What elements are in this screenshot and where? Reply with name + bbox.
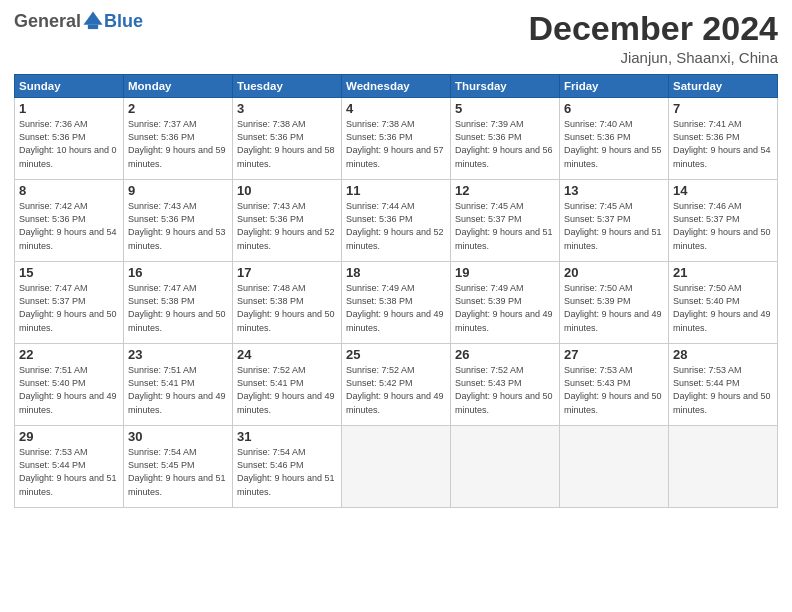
table-row: 15Sunrise: 7:47 AMSunset: 5:37 PMDayligh… <box>15 262 124 344</box>
day-number: 16 <box>128 265 228 280</box>
table-row: 30Sunrise: 7:54 AMSunset: 5:45 PMDayligh… <box>124 426 233 508</box>
table-row: 20Sunrise: 7:50 AMSunset: 5:39 PMDayligh… <box>560 262 669 344</box>
table-row: 8Sunrise: 7:42 AMSunset: 5:36 PMDaylight… <box>15 180 124 262</box>
day-number: 8 <box>19 183 119 198</box>
day-info: Sunrise: 7:53 AMSunset: 5:44 PMDaylight:… <box>673 364 773 416</box>
day-number: 15 <box>19 265 119 280</box>
day-number: 17 <box>237 265 337 280</box>
col-wednesday: Wednesday <box>342 75 451 98</box>
day-number: 31 <box>237 429 337 444</box>
table-row: 23Sunrise: 7:51 AMSunset: 5:41 PMDayligh… <box>124 344 233 426</box>
day-info: Sunrise: 7:52 AMSunset: 5:43 PMDaylight:… <box>455 364 555 416</box>
day-number: 22 <box>19 347 119 362</box>
month-title: December 2024 <box>528 10 778 47</box>
day-info: Sunrise: 7:46 AMSunset: 5:37 PMDaylight:… <box>673 200 773 252</box>
table-row: 26Sunrise: 7:52 AMSunset: 5:43 PMDayligh… <box>451 344 560 426</box>
logo: General Blue <box>14 10 143 32</box>
day-info: Sunrise: 7:42 AMSunset: 5:36 PMDaylight:… <box>19 200 119 252</box>
table-row: 11Sunrise: 7:44 AMSunset: 5:36 PMDayligh… <box>342 180 451 262</box>
calendar-week-row: 15Sunrise: 7:47 AMSunset: 5:37 PMDayligh… <box>15 262 778 344</box>
day-number: 3 <box>237 101 337 116</box>
day-number: 18 <box>346 265 446 280</box>
table-row: 21Sunrise: 7:50 AMSunset: 5:40 PMDayligh… <box>669 262 778 344</box>
col-friday: Friday <box>560 75 669 98</box>
calendar-table: Sunday Monday Tuesday Wednesday Thursday… <box>14 74 778 508</box>
day-info: Sunrise: 7:38 AMSunset: 5:36 PMDaylight:… <box>346 118 446 170</box>
table-row: 27Sunrise: 7:53 AMSunset: 5:43 PMDayligh… <box>560 344 669 426</box>
day-number: 6 <box>564 101 664 116</box>
table-row: 29Sunrise: 7:53 AMSunset: 5:44 PMDayligh… <box>15 426 124 508</box>
svg-rect-1 <box>88 25 98 29</box>
day-number: 14 <box>673 183 773 198</box>
table-row: 31Sunrise: 7:54 AMSunset: 5:46 PMDayligh… <box>233 426 342 508</box>
day-info: Sunrise: 7:47 AMSunset: 5:38 PMDaylight:… <box>128 282 228 334</box>
svg-marker-0 <box>84 11 103 24</box>
main-container: General Blue December 2024 Jianjun, Shaa… <box>0 0 792 514</box>
day-info: Sunrise: 7:45 AMSunset: 5:37 PMDaylight:… <box>564 200 664 252</box>
day-info: Sunrise: 7:44 AMSunset: 5:36 PMDaylight:… <box>346 200 446 252</box>
col-tuesday: Tuesday <box>233 75 342 98</box>
day-number: 1 <box>19 101 119 116</box>
col-monday: Monday <box>124 75 233 98</box>
table-row: 25Sunrise: 7:52 AMSunset: 5:42 PMDayligh… <box>342 344 451 426</box>
header: General Blue December 2024 Jianjun, Shaa… <box>14 10 778 66</box>
day-info: Sunrise: 7:40 AMSunset: 5:36 PMDaylight:… <box>564 118 664 170</box>
day-number: 2 <box>128 101 228 116</box>
day-number: 27 <box>564 347 664 362</box>
title-section: December 2024 Jianjun, Shaanxi, China <box>528 10 778 66</box>
calendar-week-row: 1Sunrise: 7:36 AMSunset: 5:36 PMDaylight… <box>15 98 778 180</box>
table-row: 4Sunrise: 7:38 AMSunset: 5:36 PMDaylight… <box>342 98 451 180</box>
table-row: 22Sunrise: 7:51 AMSunset: 5:40 PMDayligh… <box>15 344 124 426</box>
table-row: 2Sunrise: 7:37 AMSunset: 5:36 PMDaylight… <box>124 98 233 180</box>
day-number: 10 <box>237 183 337 198</box>
calendar-week-row: 8Sunrise: 7:42 AMSunset: 5:36 PMDaylight… <box>15 180 778 262</box>
logo-general: General <box>14 11 81 32</box>
table-row: 18Sunrise: 7:49 AMSunset: 5:38 PMDayligh… <box>342 262 451 344</box>
table-row: 6Sunrise: 7:40 AMSunset: 5:36 PMDaylight… <box>560 98 669 180</box>
day-info: Sunrise: 7:53 AMSunset: 5:43 PMDaylight:… <box>564 364 664 416</box>
day-info: Sunrise: 7:52 AMSunset: 5:41 PMDaylight:… <box>237 364 337 416</box>
table-row: 7Sunrise: 7:41 AMSunset: 5:36 PMDaylight… <box>669 98 778 180</box>
col-saturday: Saturday <box>669 75 778 98</box>
day-number: 28 <box>673 347 773 362</box>
day-number: 24 <box>237 347 337 362</box>
day-info: Sunrise: 7:50 AMSunset: 5:39 PMDaylight:… <box>564 282 664 334</box>
day-number: 26 <box>455 347 555 362</box>
table-row <box>342 426 451 508</box>
day-number: 25 <box>346 347 446 362</box>
day-number: 13 <box>564 183 664 198</box>
calendar-week-row: 29Sunrise: 7:53 AMSunset: 5:44 PMDayligh… <box>15 426 778 508</box>
table-row: 5Sunrise: 7:39 AMSunset: 5:36 PMDaylight… <box>451 98 560 180</box>
day-info: Sunrise: 7:36 AMSunset: 5:36 PMDaylight:… <box>19 118 119 170</box>
day-info: Sunrise: 7:45 AMSunset: 5:37 PMDaylight:… <box>455 200 555 252</box>
location: Jianjun, Shaanxi, China <box>528 49 778 66</box>
table-row: 1Sunrise: 7:36 AMSunset: 5:36 PMDaylight… <box>15 98 124 180</box>
table-row: 10Sunrise: 7:43 AMSunset: 5:36 PMDayligh… <box>233 180 342 262</box>
day-info: Sunrise: 7:49 AMSunset: 5:38 PMDaylight:… <box>346 282 446 334</box>
table-row: 24Sunrise: 7:52 AMSunset: 5:41 PMDayligh… <box>233 344 342 426</box>
day-number: 19 <box>455 265 555 280</box>
col-thursday: Thursday <box>451 75 560 98</box>
day-info: Sunrise: 7:49 AMSunset: 5:39 PMDaylight:… <box>455 282 555 334</box>
day-number: 29 <box>19 429 119 444</box>
table-row: 17Sunrise: 7:48 AMSunset: 5:38 PMDayligh… <box>233 262 342 344</box>
day-number: 9 <box>128 183 228 198</box>
table-row: 28Sunrise: 7:53 AMSunset: 5:44 PMDayligh… <box>669 344 778 426</box>
day-number: 7 <box>673 101 773 116</box>
table-row <box>669 426 778 508</box>
day-number: 20 <box>564 265 664 280</box>
logo-icon <box>82 10 104 32</box>
day-info: Sunrise: 7:53 AMSunset: 5:44 PMDaylight:… <box>19 446 119 498</box>
logo-blue: Blue <box>104 11 143 32</box>
table-row: 3Sunrise: 7:38 AMSunset: 5:36 PMDaylight… <box>233 98 342 180</box>
day-info: Sunrise: 7:51 AMSunset: 5:41 PMDaylight:… <box>128 364 228 416</box>
calendar-header-row: Sunday Monday Tuesday Wednesday Thursday… <box>15 75 778 98</box>
day-number: 12 <box>455 183 555 198</box>
day-number: 4 <box>346 101 446 116</box>
table-row: 13Sunrise: 7:45 AMSunset: 5:37 PMDayligh… <box>560 180 669 262</box>
table-row: 16Sunrise: 7:47 AMSunset: 5:38 PMDayligh… <box>124 262 233 344</box>
table-row: 14Sunrise: 7:46 AMSunset: 5:37 PMDayligh… <box>669 180 778 262</box>
day-info: Sunrise: 7:39 AMSunset: 5:36 PMDaylight:… <box>455 118 555 170</box>
day-info: Sunrise: 7:48 AMSunset: 5:38 PMDaylight:… <box>237 282 337 334</box>
day-info: Sunrise: 7:37 AMSunset: 5:36 PMDaylight:… <box>128 118 228 170</box>
